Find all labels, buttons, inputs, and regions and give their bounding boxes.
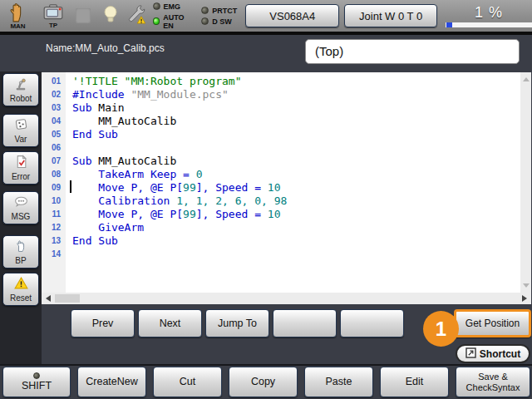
cut-button[interactable]: Cut bbox=[153, 367, 222, 397]
code-text: MM_AutoCalib bbox=[66, 115, 176, 127]
nav-empty-button-2[interactable] bbox=[340, 309, 404, 337]
top-status-bar: MAN TP EMG AUTO EN PRTCT D SW VS068A4 Jo… bbox=[0, 0, 532, 35]
manual-mode-label: MAN bbox=[10, 23, 25, 30]
scroll-up-icon[interactable] bbox=[523, 77, 530, 81]
shortcut-button[interactable]: Shortcut bbox=[456, 344, 530, 363]
scroll-left-icon[interactable] bbox=[46, 295, 51, 302]
create-new-button[interactable]: CreateNew bbox=[77, 367, 146, 397]
line-number: 02 bbox=[42, 90, 66, 99]
indicator-emg: EMG bbox=[153, 2, 196, 11]
auto-en-led-icon bbox=[153, 17, 160, 25]
square-status-icon bbox=[76, 8, 91, 23]
code-text: TakeArm Keep = 0 bbox=[66, 168, 203, 180]
lamp-icon bbox=[102, 4, 119, 28]
coordinate-mode-button[interactable]: Joint W 0 T 0 bbox=[344, 4, 437, 27]
code-line[interactable]: 10 Calibration 1, 1, 2, 6, 0, 98 bbox=[42, 194, 520, 207]
code-line[interactable]: 08 TakeArm Keep = 0 bbox=[42, 167, 520, 180]
code-editor[interactable]: 01'!TITLE "MM:Robot program"02#Include "… bbox=[42, 72, 531, 293]
save-label-line2: CheckSyntax bbox=[466, 382, 520, 393]
manual-hand-icon bbox=[7, 2, 29, 25]
sidebar-item-msg[interactable]: MSG bbox=[2, 191, 39, 224]
horizontal-scroll-thumb[interactable] bbox=[55, 294, 80, 303]
code-line[interactable]: 11 Move P, @E P[99], Speed = 10 bbox=[42, 207, 520, 220]
line-number: 04 bbox=[42, 116, 66, 126]
line-number: 03 bbox=[42, 103, 66, 112]
code-line[interactable]: 13End Sub bbox=[42, 234, 520, 247]
prtct-led-icon bbox=[201, 7, 209, 14]
error-document-icon bbox=[14, 155, 28, 172]
scroll-right-icon[interactable] bbox=[522, 295, 527, 302]
code-line[interactable]: 09 Move P, @E P[99], Speed = 10 bbox=[42, 180, 520, 194]
prev-button[interactable]: Prev bbox=[71, 309, 135, 337]
sidebar-item-bp[interactable]: BP bbox=[2, 235, 39, 268]
vertical-scrollbar[interactable] bbox=[520, 72, 531, 293]
nav-empty-button-1[interactable] bbox=[273, 309, 337, 337]
maintenance-wrench-icon bbox=[126, 3, 147, 28]
code-text: End Sub bbox=[66, 234, 118, 247]
teach-pendant-icon bbox=[42, 3, 64, 24]
code-text: Calibration 1, 1, 2, 6, 0, 98 bbox=[66, 195, 287, 207]
tp-indicator: TP bbox=[42, 3, 64, 29]
line-number: 13 bbox=[42, 236, 66, 245]
code-line[interactable]: 03Sub Main bbox=[42, 101, 520, 114]
sidebar-item-label: Var bbox=[15, 135, 27, 144]
line-number: 09 bbox=[42, 183, 66, 192]
shift-led-icon bbox=[33, 372, 40, 379]
sidebar-item-label: BP bbox=[15, 257, 26, 265]
jump-to-button[interactable]: Jump To bbox=[205, 309, 269, 337]
copy-button[interactable]: Copy bbox=[229, 367, 298, 397]
emg-led-icon bbox=[153, 2, 160, 10]
robot-model-button[interactable]: VS068A4 bbox=[245, 4, 339, 27]
message-bubble-icon bbox=[14, 195, 28, 212]
horizontal-scrollbar[interactable] bbox=[42, 293, 531, 304]
emg-label: EMG bbox=[164, 2, 181, 11]
code-lines: 01'!TITLE "MM:Robot program"02#Include "… bbox=[42, 74, 520, 260]
speed-value: 1 % bbox=[475, 4, 503, 22]
indicator-auto-en: AUTO EN bbox=[153, 13, 196, 30]
sidebar-item-label: Reset bbox=[10, 294, 32, 303]
sidebar-item-error[interactable]: Error bbox=[2, 151, 39, 185]
hand-icon bbox=[14, 239, 28, 256]
line-number: 12 bbox=[42, 223, 66, 232]
sidebar-item-robot[interactable]: Robot bbox=[2, 73, 39, 106]
teach-pendant-screen: MAN TP EMG AUTO EN PRTCT D SW VS068A4 Jo… bbox=[0, 0, 532, 399]
sidebar-item-reset[interactable]: Reset bbox=[2, 273, 39, 306]
code-line[interactable]: 04 MM_AutoCalib bbox=[42, 114, 520, 127]
prtct-label: PRTCT bbox=[212, 7, 237, 15]
sidebar-item-label: MSG bbox=[12, 213, 31, 221]
position-display-box[interactable]: (Top) bbox=[305, 39, 520, 64]
code-line[interactable]: 05End Sub bbox=[42, 127, 520, 140]
sidebar-item-var[interactable]: Var bbox=[2, 114, 39, 147]
text-caret bbox=[70, 180, 71, 193]
tp-label: TP bbox=[49, 22, 57, 29]
shift-button[interactable]: SHIFT bbox=[2, 367, 71, 397]
code-line[interactable]: 02#Include "MM_Module.pcs" bbox=[42, 87, 520, 101]
speed-progress-bar bbox=[446, 22, 532, 27]
scroll-down-icon[interactable] bbox=[523, 283, 530, 288]
get-position-button[interactable]: Get Position bbox=[454, 309, 531, 337]
robot-arm-icon bbox=[14, 76, 28, 94]
code-text: Move P, @E P[99], Speed = 10 bbox=[66, 181, 280, 194]
paste-button[interactable]: Paste bbox=[304, 367, 373, 397]
code-line[interactable]: 06 bbox=[42, 140, 520, 154]
dice-icon bbox=[14, 117, 28, 135]
code-line[interactable]: 12 GiveArm bbox=[42, 220, 520, 234]
program-name: Name:MM_Auto_Calib.pcs bbox=[46, 42, 165, 54]
indicator-d-sw: D SW bbox=[201, 17, 237, 26]
next-button[interactable]: Next bbox=[138, 309, 202, 337]
code-line[interactable]: 01'!TITLE "MM:Robot program" bbox=[42, 74, 520, 87]
speed-display: 1 % bbox=[446, 4, 532, 27]
edit-button[interactable]: Edit bbox=[380, 367, 449, 397]
save-checksyntax-button[interactable]: Save & CheckSyntax bbox=[456, 367, 530, 397]
shortcut-label: Shortcut bbox=[480, 348, 520, 360]
code-text: Sub Main bbox=[66, 101, 125, 114]
auto-en-label: AUTO EN bbox=[163, 13, 195, 30]
code-line[interactable]: 14 bbox=[42, 247, 520, 260]
line-number: 07 bbox=[42, 156, 66, 165]
manual-mode-indicator: MAN bbox=[7, 2, 29, 30]
toolbar-divider bbox=[0, 364, 532, 366]
shortcut-arrow-icon bbox=[466, 347, 476, 361]
code-text: Sub MM_AutoCalib bbox=[66, 155, 176, 167]
code-line[interactable]: 07Sub MM_AutoCalib bbox=[42, 154, 520, 167]
line-number: 11 bbox=[42, 209, 66, 219]
